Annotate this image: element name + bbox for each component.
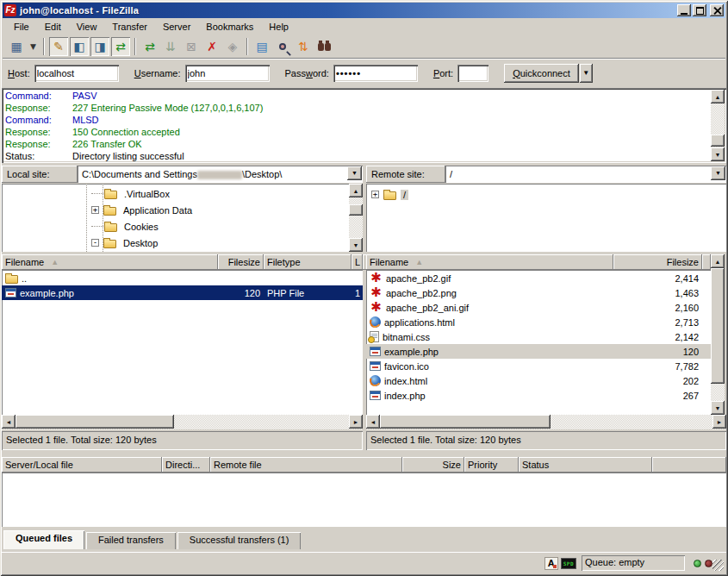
file-row[interactable]: applications.html2,713 — [366, 315, 711, 329]
local-tree[interactable]: .VirtualBox+Application DataCookies-Desk… — [2, 184, 349, 252]
column-header-directi[interactable]: Directi... — [162, 457, 210, 473]
cancel-button[interactable]: ⊠ — [182, 37, 201, 56]
menu-edit[interactable]: Edit — [37, 19, 69, 35]
collapse-icon[interactable]: - — [91, 239, 99, 247]
process-queue-button[interactable]: ⇊ — [161, 37, 180, 56]
local-tree-scrollbar[interactable]: ▲ ▼ — [349, 184, 363, 252]
port-input[interactable] — [457, 65, 488, 82]
site-manager-button[interactable]: ▦ — [7, 37, 26, 56]
column-header-label: Filetype — [267, 255, 301, 270]
tab-queued-files[interactable]: Queued files — [3, 530, 84, 549]
file-row[interactable]: index.html202 — [366, 373, 711, 388]
filter-button[interactable]: ▤ — [252, 37, 271, 56]
scroll-thumb[interactable] — [349, 204, 363, 216]
menu-server[interactable]: Server — [155, 19, 198, 35]
scroll-up-icon[interactable]: ▲ — [349, 184, 363, 197]
column-header-priority[interactable]: Priority — [464, 457, 519, 473]
scroll-left-icon[interactable]: ◄ — [2, 415, 16, 429]
column-header-remotefile[interactable]: Remote file — [210, 457, 402, 473]
remote-vscrollbar[interactable]: ▲ ▼ — [711, 254, 725, 415]
password-input[interactable] — [333, 65, 418, 82]
column-header-l[interactable]: L — [352, 254, 363, 270]
data-type-icon[interactable]: A — [544, 557, 558, 570]
remote-tree[interactable]: +/ — [366, 184, 726, 252]
scroll-right-icon[interactable]: ► — [349, 415, 363, 429]
reconnect-button[interactable]: ◈ — [223, 37, 242, 56]
toggle-queue-button[interactable]: ⇄ — [111, 37, 130, 56]
chevron-down-icon[interactable]: ▼ — [711, 166, 725, 180]
tree-item[interactable]: Cookies — [91, 218, 349, 235]
host-input[interactable] — [34, 65, 119, 82]
remote-file-list[interactable]: ✱apache_pb2.gif2,414✱apache_pb2.png1,463… — [366, 270, 711, 415]
sync-browse-button[interactable]: ⇅ — [294, 37, 313, 56]
find-button[interactable] — [314, 37, 333, 56]
tree-item[interactable]: .VirtualBox — [91, 185, 349, 202]
maximize-button[interactable] — [693, 4, 706, 16]
menu-help[interactable]: Help — [261, 19, 296, 35]
tree-item[interactable]: +Application Data — [91, 202, 349, 218]
refresh-button[interactable]: ⇄ — [140, 37, 159, 56]
resize-grip[interactable] — [712, 560, 724, 571]
tree-item[interactable]: +/ — [371, 186, 726, 203]
file-row[interactable]: ✱apache_pb2.png1,463 — [366, 285, 711, 300]
toggle-remote-tree-button[interactable]: ◨ — [90, 37, 109, 56]
menu-file[interactable]: File — [6, 19, 37, 35]
remote-site-combo[interactable]: / ▼ — [445, 166, 726, 183]
quickconnect-dropdown[interactable]: ▼ — [580, 64, 593, 83]
scroll-down-icon[interactable]: ▼ — [349, 238, 363, 252]
scroll-up-icon[interactable]: ▲ — [711, 90, 725, 103]
file-row[interactable]: .. — [2, 271, 363, 285]
column-header-filename[interactable]: Filename▲ — [366, 254, 613, 270]
toggle-local-tree-button[interactable]: ◧ — [70, 37, 89, 56]
file-row[interactable]: bitnami.css2,142 — [366, 329, 711, 344]
scroll-up-icon[interactable]: ▲ — [711, 254, 725, 268]
disconnect-button[interactable]: ✗ — [202, 37, 221, 56]
speed-limit-icon[interactable]: SPD — [561, 558, 576, 569]
local-file-list[interactable]: ..example.php120PHP File1 — [2, 270, 363, 415]
log-scrollbar[interactable]: ▲ ▼ — [711, 90, 725, 161]
tab-successful-transfers-[interactable]: Successful transfers (1) — [177, 532, 302, 549]
scroll-thumb[interactable] — [380, 415, 551, 429]
message-log[interactable]: Command:PASVResponse:227 Entering Passiv… — [2, 88, 726, 163]
tree-item[interactable]: -Desktop — [91, 235, 349, 251]
file-row[interactable]: index.php267 — [366, 388, 711, 403]
username-input[interactable] — [185, 65, 270, 82]
scroll-right-icon[interactable]: ► — [712, 415, 726, 429]
titlebar[interactable]: Fz john@localhost - FileZilla — [3, 3, 725, 18]
menu-bookmarks[interactable]: Bookmarks — [198, 19, 261, 35]
column-header-filetype[interactable]: Filetype — [264, 254, 352, 270]
file-row[interactable]: ✱apache_pb2_ani.gif2,160 — [366, 300, 711, 315]
expand-icon[interactable]: + — [91, 206, 99, 214]
remote-hscrollbar[interactable]: ◄ ► — [366, 415, 726, 429]
scroll-thumb[interactable] — [16, 415, 174, 429]
chevron-down-icon[interactable]: ▼ — [347, 166, 362, 180]
scroll-down-icon[interactable]: ▼ — [711, 401, 725, 415]
column-header-size[interactable]: Size — [402, 457, 464, 473]
queue-body[interactable] — [2, 473, 726, 527]
scroll-left-icon[interactable]: ◄ — [366, 415, 380, 429]
file-row[interactable]: ✱apache_pb2.gif2,414 — [366, 271, 711, 285]
scroll-thumb[interactable] — [711, 268, 725, 384]
file-row[interactable]: example.php120 — [366, 344, 711, 359]
menu-view[interactable]: View — [69, 19, 105, 35]
column-header-filesize[interactable]: Filesize — [613, 254, 702, 270]
toggle-message-log-button[interactable]: ✎ — [49, 37, 68, 56]
site-manager-dropdown[interactable]: ▼ — [28, 37, 39, 56]
local-hscrollbar[interactable]: ◄ ► — [2, 415, 363, 429]
column-header-serverlocalfile[interactable]: Server/Local file — [2, 457, 162, 473]
close-button[interactable] — [710, 4, 724, 16]
scroll-down-icon[interactable]: ▼ — [711, 147, 725, 161]
expand-icon[interactable]: + — [371, 191, 379, 198]
column-header-filesize[interactable]: Filesize — [218, 254, 264, 270]
file-row[interactable]: favicon.ico7,782 — [366, 359, 711, 373]
tab-failed-transfers[interactable]: Failed transfers — [86, 532, 176, 549]
file-row[interactable]: example.php120PHP File1 — [2, 285, 363, 300]
menu-transfer[interactable]: Transfer — [104, 19, 155, 35]
column-header-filename[interactable]: Filename▲ — [2, 254, 218, 270]
column-header-status[interactable]: Status — [519, 457, 652, 473]
compare-button[interactable] — [273, 37, 292, 56]
minimize-button[interactable] — [677, 4, 691, 16]
quickconnect-button[interactable]: Quickconnect — [504, 64, 579, 83]
local-site-combo[interactable]: C:\Documents and Settings\Desktop\ ▼ — [78, 166, 363, 183]
scroll-thumb[interactable] — [711, 135, 725, 147]
